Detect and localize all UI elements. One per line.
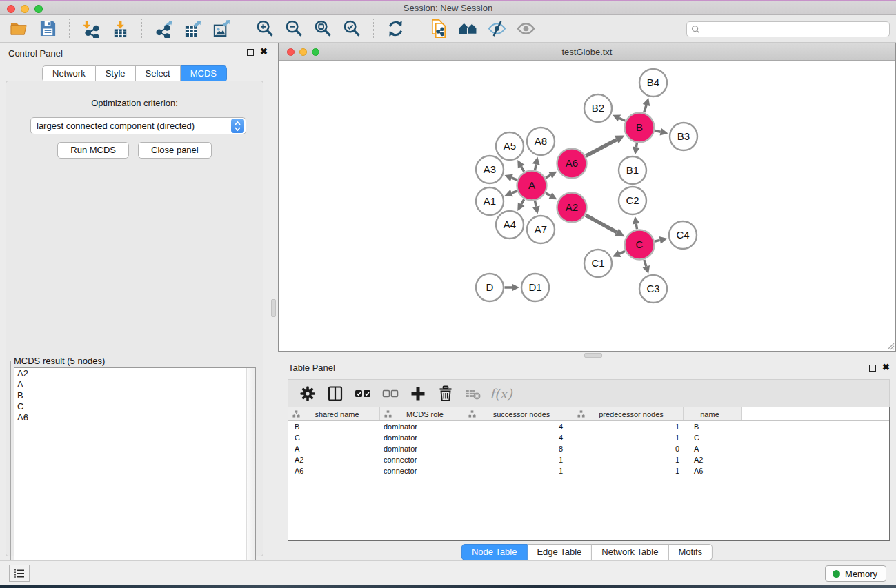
export-image-button[interactable] (207, 17, 236, 41)
result-item[interactable]: A (14, 379, 255, 390)
tab-network-table[interactable]: Network Table (592, 544, 668, 560)
graph-node-A2[interactable]: A2 (557, 193, 587, 223)
graph-node-A[interactable]: A (517, 171, 547, 201)
graph-edge-C-C3[interactable] (643, 260, 650, 274)
tab-network[interactable]: Network (42, 65, 96, 82)
table-row[interactable]: A2connector11A2 (288, 454, 889, 465)
import-table-button[interactable] (106, 17, 135, 41)
table-row[interactable]: Bdominator41B (288, 421, 889, 432)
float-panel-icon[interactable] (869, 365, 876, 372)
result-scrollbar[interactable] (246, 368, 255, 583)
graph-edge-A-A1[interactable] (505, 190, 517, 196)
deselect-all-button[interactable] (377, 382, 404, 405)
graph-node-A5[interactable]: A5 (496, 132, 524, 160)
graph-edge-A-A7[interactable] (532, 201, 540, 214)
column-header-MCDS-role[interactable]: MCDS role (380, 407, 464, 420)
new-network-from-selection-button[interactable] (424, 17, 453, 41)
first-neighbors-button[interactable] (453, 17, 482, 41)
select-all-button[interactable] (349, 382, 377, 405)
splitter-grip[interactable] (584, 353, 602, 358)
graph-edge-A-A4[interactable] (517, 199, 524, 211)
graph-edge-B-B4[interactable] (643, 98, 650, 112)
graph-edge-C-C4[interactable] (655, 236, 667, 244)
graph-edge-C-C1[interactable] (613, 250, 625, 257)
export-network-button[interactable] (149, 17, 178, 41)
result-item[interactable]: A2 (14, 368, 255, 379)
show-all-button[interactable] (511, 17, 540, 41)
graph-node-C2[interactable]: C2 (619, 187, 646, 214)
tab-style[interactable]: Style (96, 65, 136, 82)
graph-node-B2[interactable]: B2 (584, 94, 612, 122)
graph-node-B1[interactable]: B1 (619, 156, 646, 184)
memory-button[interactable]: Memory (825, 565, 886, 582)
graph-edge-A-A2[interactable] (546, 192, 557, 199)
table-row[interactable]: Cdominator41C (288, 432, 889, 443)
graph-node-A8[interactable]: A8 (527, 128, 555, 155)
graph-edge-A-A5[interactable] (517, 160, 524, 172)
graph-node-C[interactable]: C (625, 230, 655, 260)
zoom-fit-button[interactable] (308, 17, 337, 41)
zoom-out-button[interactable] (279, 17, 308, 41)
graph-edge-A-A8[interactable] (532, 157, 540, 170)
open-file-button[interactable] (4, 17, 33, 41)
graph-node-C1[interactable]: C1 (584, 250, 612, 277)
vertical-splitter[interactable] (269, 43, 278, 560)
graph-node-A3[interactable]: A3 (476, 156, 504, 183)
graph-node-B4[interactable]: B4 (639, 69, 667, 97)
graph-node-A7[interactable]: A7 (527, 216, 555, 243)
graph-node-C4[interactable]: C4 (669, 221, 697, 249)
graph-node-A1[interactable]: A1 (476, 187, 504, 215)
result-item[interactable]: B (14, 390, 255, 401)
resize-grip-icon[interactable] (885, 341, 895, 350)
criterion-dropdown[interactable]: largest connected component (directed) (30, 117, 246, 134)
graph-edge-A-A3[interactable] (505, 174, 517, 181)
close-panel-icon[interactable]: ✖ (260, 47, 268, 57)
result-item[interactable]: A6 (14, 412, 255, 423)
refresh-layout-button[interactable] (381, 17, 410, 41)
result-item[interactable]: C (14, 401, 255, 412)
zoom-selected-button[interactable] (337, 17, 366, 41)
tab-mcds[interactable]: MCDS (181, 65, 227, 82)
function-builder-button[interactable]: f(x) (487, 386, 512, 401)
graph-edge-A-A6[interactable] (546, 172, 557, 179)
horizontal-splitter[interactable] (278, 352, 896, 358)
graph-edge-B-B3[interactable] (655, 128, 668, 136)
zoom-in-button[interactable] (250, 17, 279, 41)
tab-node-table[interactable]: Node Table (461, 544, 528, 560)
tab-select[interactable]: Select (136, 65, 181, 82)
graph-edge-C-C2[interactable] (633, 216, 640, 230)
show-panels-button[interactable] (9, 565, 30, 582)
column-header-predecessor-nodes[interactable]: predecessor nodes (573, 407, 684, 420)
delete-column-button[interactable] (432, 382, 459, 405)
table-row[interactable]: Adominator80A (288, 443, 889, 454)
graph-edge-B-B2[interactable] (613, 114, 625, 121)
graph-node-D[interactable]: D (476, 274, 504, 301)
close-panel-icon[interactable]: ✖ (882, 363, 890, 372)
graph-node-B3[interactable]: B3 (670, 123, 697, 150)
column-header-shared-name[interactable]: shared name (288, 407, 380, 420)
graph-edge-A2-C[interactable] (586, 215, 624, 236)
close-panel-button[interactable]: Close panel (138, 142, 212, 159)
float-panel-icon[interactable] (247, 49, 254, 56)
tab-motifs[interactable]: Motifs (668, 544, 713, 560)
splitter-grip[interactable] (271, 299, 276, 317)
graph-edge-A6-B[interactable] (586, 135, 624, 156)
search-input[interactable] (700, 23, 889, 36)
graph-node-A4[interactable]: A4 (496, 211, 524, 239)
graph-node-C3[interactable]: C3 (639, 275, 667, 303)
table-row[interactable]: A6connector11A6 (288, 465, 889, 476)
graph-edge-D-D1[interactable] (505, 284, 520, 292)
table-settings-button[interactable] (294, 382, 321, 405)
graph-node-A6[interactable]: A6 (557, 149, 587, 179)
column-header-name[interactable]: name (684, 407, 742, 420)
graph-node-D1[interactable]: D1 (521, 274, 549, 301)
add-column-button[interactable] (404, 382, 432, 405)
graph-node-B[interactable]: B (625, 113, 655, 143)
split-view-button[interactable] (321, 382, 349, 405)
export-table-button[interactable] (178, 17, 207, 41)
tab-edge-table[interactable]: Edge Table (527, 544, 592, 560)
delete-table-button[interactable] (459, 382, 487, 405)
graph-edge-B-B1[interactable] (633, 143, 640, 155)
save-session-button[interactable] (33, 17, 62, 41)
hide-selected-button[interactable] (482, 17, 511, 41)
